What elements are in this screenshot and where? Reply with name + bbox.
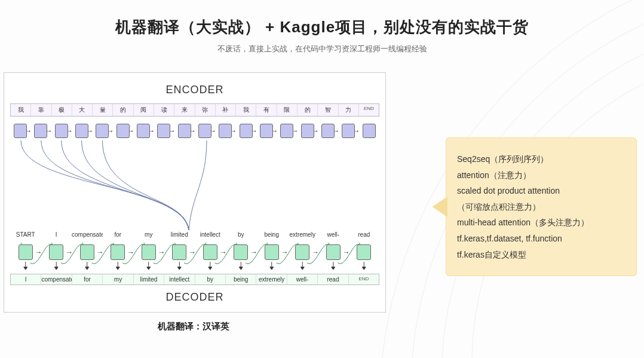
decoder-unit: →	[256, 243, 287, 262]
encoder-token: 阅	[134, 104, 154, 116]
decoder-input-token: by	[226, 231, 257, 238]
encoder-token: 极	[52, 104, 72, 116]
decoder-output-token: extremely	[256, 274, 287, 284]
encoder-unit: →	[338, 121, 358, 140]
encoder-box-icon	[219, 124, 232, 138]
svg-marker-3	[54, 267, 58, 270]
svg-marker-7	[116, 267, 119, 270]
encoder-token: 弥	[195, 104, 216, 116]
encoder-unit: →	[195, 121, 215, 140]
right-arrow-icon: →	[127, 248, 134, 256]
right-arrow-icon: →	[343, 248, 350, 256]
decoder-output-token: being	[226, 274, 256, 284]
decoder-box-icon	[203, 244, 217, 260]
decoder-input-labels: STARTIcompensateformylimitedintellectbyb…	[10, 231, 379, 238]
decoder-unit: →	[133, 243, 164, 262]
encoder-box-icon	[34, 124, 47, 138]
right-arrow-icon: →	[97, 248, 104, 256]
encoder-unit: →	[113, 121, 133, 140]
svg-marker-23	[362, 267, 366, 270]
decoder-input-token: being	[256, 231, 287, 238]
encoder-box-icon	[280, 124, 293, 138]
right-arrow-icon: →	[35, 248, 42, 256]
encoder-token: 的	[113, 104, 133, 116]
encoder-unit: →	[30, 121, 51, 140]
decoder-output-token: compensate	[41, 274, 72, 284]
svg-marker-5	[85, 267, 89, 270]
decoder-unit: →	[164, 243, 195, 262]
decoder-output-token: limited	[134, 274, 164, 284]
right-arrow-icon: →	[220, 248, 227, 256]
encoder-box-icon	[116, 124, 130, 138]
decoder-box-icon	[49, 244, 63, 260]
encoder-box-icon	[260, 124, 273, 138]
decoder-unit: →	[226, 243, 257, 262]
decoder-box-icon	[234, 244, 248, 260]
decoder-input-token: I	[41, 231, 72, 238]
encoder-token: END	[359, 104, 379, 116]
decoder-input-token: well-	[318, 231, 349, 238]
encoder-unit: →	[236, 121, 256, 140]
encoder-token: 靠	[31, 104, 51, 116]
encoder-token: 力	[339, 104, 359, 116]
right-arrow-icon: →	[312, 248, 319, 256]
right-arrow-icon: →	[250, 248, 257, 256]
svg-marker-11	[177, 267, 181, 270]
decoder-units-row: →→→→→→→→→→→→	[10, 243, 379, 262]
encoder-unit: →	[174, 121, 195, 140]
decoder-unit: →	[195, 243, 226, 262]
right-arrow-icon: →	[281, 248, 289, 256]
encoder-unit: →	[318, 121, 338, 140]
encoder-unit: →	[133, 121, 154, 140]
right-arrow-icon: →	[66, 248, 73, 256]
decoder-input-token: START	[10, 231, 41, 238]
encoder-token: 有	[256, 104, 277, 116]
right-arrow-icon: →	[189, 248, 196, 256]
decoder-box-icon	[142, 244, 156, 260]
encoder-token: 量	[93, 104, 113, 116]
decoder-box-icon	[357, 244, 371, 260]
decoder-unit: →	[287, 243, 318, 262]
decoder-unit: →	[318, 243, 349, 262]
decoder-box-icon	[326, 244, 341, 260]
svg-marker-17	[270, 267, 274, 270]
encoder-token: 智	[318, 104, 338, 116]
svg-marker-9	[147, 267, 151, 270]
decoder-box-icon	[19, 244, 33, 260]
encoder-unit: →	[215, 121, 235, 140]
decoder-box-icon	[111, 244, 125, 260]
page-title: 机器翻译（大实战） + Kaggle项目，别处没有的实战干货	[0, 17, 644, 38]
encoder-box-icon	[240, 124, 253, 138]
encoder-token: 限	[277, 104, 298, 116]
encoder-unit: →	[298, 121, 318, 140]
diagram-caption: 机器翻译：汉译英	[2, 321, 385, 332]
encoder-token: 我	[236, 104, 256, 116]
encoder-units-row: →→→→→→→→→→→→→→→→→→	[10, 121, 379, 140]
encoder-token: 我	[11, 104, 31, 116]
encoder-box-icon	[363, 124, 376, 138]
svg-marker-15	[239, 267, 243, 270]
svg-marker-13	[208, 267, 212, 270]
encoder-token: 的	[298, 104, 318, 116]
decoder-box-icon	[295, 244, 309, 260]
encoder-unit: →	[72, 121, 92, 140]
decoder-output-arrows	[10, 262, 379, 270]
encoder-box-icon	[55, 124, 68, 138]
encoder-box-icon	[198, 124, 211, 138]
encoder-token-strip: 我靠极大量的阅读来弥补我有限的智力END	[10, 103, 379, 117]
encoder-box-icon	[14, 124, 27, 138]
decoder-input-token: read	[349, 231, 380, 238]
svg-marker-21	[332, 267, 335, 270]
encoder-box-icon	[301, 124, 314, 138]
encoder-box-icon	[75, 124, 88, 138]
decoder-unit: →	[41, 243, 72, 262]
decoder-output-token: intellect	[164, 274, 195, 284]
decoder-output-token: by	[195, 274, 226, 284]
encoder-unit: →	[51, 121, 72, 140]
decoder-input-token: for	[103, 231, 134, 238]
encoder-token: 来	[174, 104, 195, 116]
seq2seq-diagram: ENCODER 我靠极大量的阅读来弥补我有限的智力END →→→→→→→→→→→…	[4, 72, 386, 313]
right-arrow-icon: →	[158, 248, 165, 256]
encoder-unit: →	[10, 121, 30, 140]
decoder-label: DECODER	[10, 291, 379, 304]
